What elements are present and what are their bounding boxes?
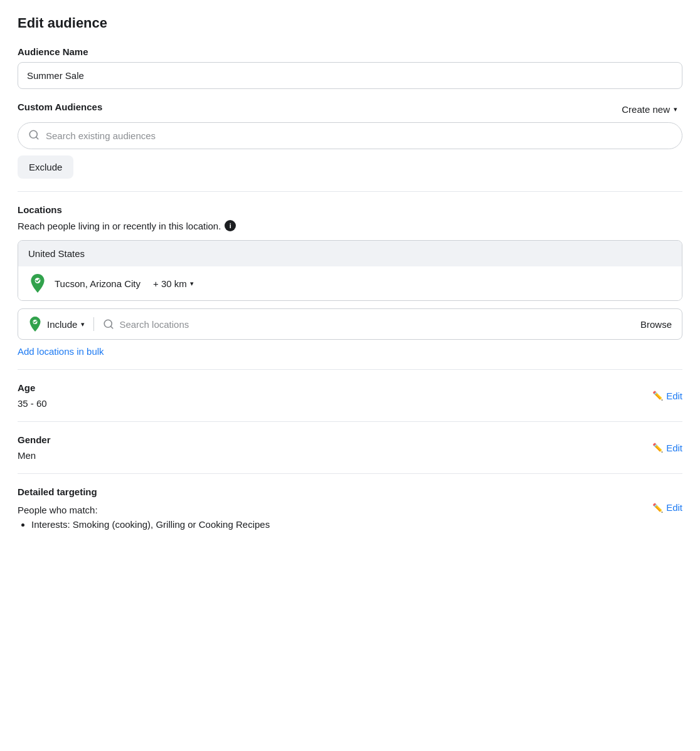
gender-label: Gender (18, 434, 51, 445)
include-search-row: Include ▾ Browse (18, 308, 682, 340)
gender-value: Men (18, 450, 51, 461)
search-icon (28, 129, 40, 142)
people-who-match-text: People who match: (18, 505, 98, 515)
search-locations-input[interactable] (119, 319, 640, 330)
locations-country: United States (18, 241, 682, 266)
custom-audiences-label: Custom Audiences (18, 102, 102, 112)
radius-chevron-icon: ▾ (190, 280, 194, 288)
age-row: Age 35 - 60 ✏️ Edit (18, 382, 682, 409)
add-locations-bulk-link[interactable]: Add locations in bulk (18, 346, 104, 357)
detailed-targeting-section: Detailed targeting People who match: ✏️ … (18, 486, 682, 530)
svg-line-5 (111, 326, 113, 328)
locations-label: Locations (18, 204, 682, 215)
info-icon[interactable]: i (225, 220, 236, 231)
custom-audiences-section: Custom Audiences Create new ▾ Exclude (18, 102, 682, 179)
location-pin-icon (28, 274, 47, 293)
age-section: Age 35 - 60 ✏️ Edit (18, 382, 682, 409)
gender-label-group: Gender Men (18, 434, 51, 461)
location-radius[interactable]: + 30 km ▾ (153, 278, 194, 289)
browse-button[interactable]: Browse (640, 319, 672, 330)
age-edit-button[interactable]: ✏️ Edit (652, 391, 682, 401)
include-pin-icon (28, 317, 42, 332)
locations-subtitle: Reach people living in or recently in th… (18, 220, 682, 231)
include-chevron-icon: ▾ (81, 320, 85, 328)
location-item: Tucson, Arizona City + 30 km ▾ (18, 266, 682, 300)
section-divider-2 (18, 369, 682, 370)
search-audiences-input[interactable] (46, 130, 672, 141)
chevron-down-icon: ▾ (674, 105, 677, 113)
locations-section: Locations Reach people living in or rece… (18, 204, 682, 357)
audience-name-section: Audience Name (18, 46, 682, 89)
create-new-label: Create new (622, 104, 670, 115)
gender-edit-button[interactable]: ✏️ Edit (652, 443, 682, 453)
edit-pencil-icon: ✏️ (652, 391, 663, 401)
search-audiences-box (18, 122, 682, 149)
gender-section: Gender Men ✏️ Edit (18, 434, 682, 461)
list-item: Interests: Smoking (cooking), Grilling o… (31, 519, 682, 530)
audience-name-input[interactable] (18, 62, 682, 89)
age-label: Age (18, 382, 47, 393)
age-label-group: Age 35 - 60 (18, 382, 47, 409)
locations-box: United States Tucson, Arizona City + 30 … (18, 240, 682, 301)
custom-audiences-header: Custom Audiences Create new ▾ (18, 102, 682, 117)
location-city: Tucson, Arizona City (55, 278, 141, 289)
create-new-button[interactable]: Create new ▾ (617, 102, 682, 117)
interests-list: Interests: Smoking (cooking), Grilling o… (18, 519, 682, 530)
section-divider (18, 191, 682, 192)
gender-row: Gender Men ✏️ Edit (18, 434, 682, 461)
search-locations-icon (103, 318, 114, 330)
exclude-button[interactable]: Exclude (18, 155, 73, 179)
audience-name-label: Audience Name (18, 46, 682, 57)
vertical-divider (93, 317, 94, 331)
people-who-match-row: People who match: ✏️ Edit (18, 502, 682, 515)
svg-line-1 (36, 137, 38, 139)
detailed-targeting-edit-button[interactable]: ✏️ Edit (652, 502, 682, 513)
include-button[interactable]: Include ▾ (47, 319, 85, 330)
edit-pencil-icon-3: ✏️ (652, 503, 663, 513)
section-divider-4 (18, 473, 682, 474)
edit-pencil-icon-2: ✏️ (652, 443, 663, 453)
page-title: Edit audience (18, 15, 682, 31)
age-value: 35 - 60 (18, 398, 47, 409)
detailed-targeting-label: Detailed targeting (18, 486, 682, 497)
section-divider-3 (18, 421, 682, 422)
